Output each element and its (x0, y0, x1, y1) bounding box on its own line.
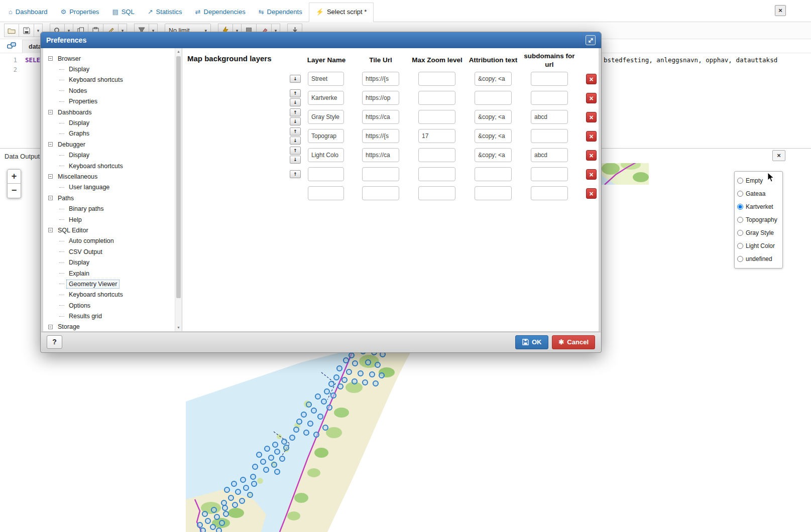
tree-item-storage[interactable]: −Storage (48, 322, 172, 331)
layer-name-input[interactable] (308, 72, 344, 86)
map-marker[interactable] (252, 481, 257, 486)
map-marker[interactable] (221, 500, 226, 505)
delete-layer-button[interactable]: × (586, 188, 597, 199)
map-marker[interactable] (308, 421, 313, 426)
dialog-maximize-button[interactable] (586, 35, 596, 45)
map-marker[interactable] (211, 507, 216, 512)
tile-url-input[interactable] (362, 129, 399, 143)
map-marker[interactable] (349, 353, 354, 358)
delete-layer-button[interactable]: × (586, 169, 597, 180)
subdomains-input[interactable] (531, 91, 568, 105)
map-marker[interactable] (297, 419, 302, 424)
delete-layer-button[interactable]: × (586, 74, 597, 84)
map-marker[interactable] (363, 380, 368, 385)
layer-option-topography[interactable]: Topography (737, 213, 780, 226)
map-marker[interactable] (358, 371, 363, 376)
max-zoom-input[interactable] (418, 167, 455, 181)
map-marker[interactable] (219, 520, 224, 525)
save-button[interactable] (19, 24, 34, 37)
map-marker[interactable] (236, 489, 241, 494)
move-down-button[interactable]: ↓ (290, 156, 301, 164)
map-marker[interactable] (202, 511, 207, 516)
map-marker[interactable] (301, 412, 306, 417)
map-marker[interactable] (224, 487, 229, 492)
map-marker[interactable] (338, 384, 343, 389)
tree-item-keyboard-shortcuts[interactable]: Keyboard shortcuts (48, 75, 172, 85)
tree-item-browser[interactable]: −Browser (48, 53, 172, 64)
map-marker[interactable] (244, 485, 249, 490)
move-down-button[interactable]: ↓ (290, 98, 301, 106)
tab-dependencies[interactable]: ⇄Dependencies (189, 3, 252, 22)
layer-radio[interactable] (737, 243, 743, 249)
map-marker[interactable] (240, 498, 245, 503)
layer-name-input[interactable] (308, 186, 344, 200)
map-marker[interactable] (346, 369, 352, 374)
tile-url-input[interactable] (362, 167, 399, 181)
cancel-button[interactable]: ✱ Cancel (552, 335, 595, 349)
dialog-title-bar[interactable]: Preferences (41, 32, 601, 48)
tree-item-display[interactable]: Display (48, 257, 172, 268)
tree-item-miscellaneous[interactable]: −Miscellaneous (48, 171, 172, 182)
map-marker[interactable] (272, 462, 277, 467)
map-marker[interactable] (379, 373, 384, 378)
map-marker[interactable] (251, 474, 256, 479)
zoom-in-button[interactable]: + (7, 169, 21, 184)
map-marker[interactable] (228, 495, 234, 500)
tree-item-csv-output[interactable]: CSV Output (48, 246, 172, 257)
tree-item-display[interactable]: Display (48, 117, 172, 128)
tile-url-input[interactable] (362, 72, 399, 86)
tab-dashboard[interactable]: ⌂Dashboard (2, 3, 54, 22)
layer-option-gray-style[interactable]: Gray Style (737, 226, 780, 239)
map-marker[interactable] (231, 481, 237, 486)
open-file-button[interactable] (4, 24, 19, 37)
layer-name-input[interactable] (308, 148, 344, 162)
map-marker[interactable] (261, 459, 266, 464)
layer-name-input[interactable] (308, 129, 344, 143)
map-marker[interactable] (342, 377, 347, 382)
data-output-close-button[interactable]: × (772, 150, 785, 161)
layer-radio[interactable] (737, 191, 743, 197)
move-up-button[interactable]: ↑ (290, 127, 301, 136)
attribution-input[interactable] (475, 110, 512, 124)
collapse-icon[interactable]: − (48, 110, 53, 114)
map-marker[interactable] (304, 430, 309, 435)
map-marker[interactable] (269, 455, 274, 460)
map-marker[interactable] (233, 502, 238, 507)
map-marker[interactable] (306, 402, 311, 407)
delete-layer-button[interactable]: × (586, 150, 597, 161)
subdomains-input[interactable] (531, 110, 568, 124)
delete-layer-button[interactable]: × (586, 131, 597, 142)
delete-layer-button[interactable]: × (586, 93, 597, 103)
map-marker[interactable] (321, 399, 326, 404)
map-marker[interactable] (315, 394, 320, 399)
attribution-input[interactable] (475, 167, 512, 181)
tab-dependents[interactable]: ⇆Dependents (252, 3, 309, 22)
layer-option-light-color[interactable]: Light Color (737, 239, 780, 252)
move-up-button[interactable]: ↑ (290, 108, 301, 116)
map-marker[interactable] (216, 528, 221, 532)
move-down-button[interactable]: ↓ (290, 137, 301, 145)
max-zoom-input[interactable] (418, 72, 455, 86)
scroll-down-icon[interactable]: ▼ (175, 324, 182, 331)
attribution-input[interactable] (475, 148, 512, 162)
map-marker[interactable] (197, 522, 202, 527)
map-marker[interactable] (253, 464, 258, 469)
tree-item-user-language[interactable]: User language (48, 182, 172, 193)
tree-item-explain[interactable]: Explain (48, 268, 172, 279)
map-marker[interactable] (280, 456, 285, 461)
layer-option-kartverket[interactable]: Kartverket (737, 200, 780, 213)
tree-item-display[interactable]: Display (48, 150, 172, 161)
tile-url-input[interactable] (362, 148, 399, 162)
subdomains-input[interactable] (531, 129, 568, 143)
map-marker[interactable] (327, 405, 332, 410)
attribution-input[interactable] (475, 72, 512, 86)
layer-radio[interactable] (737, 204, 743, 210)
move-down-button[interactable]: ↓ (290, 117, 301, 125)
tree-item-display[interactable]: Display (48, 64, 172, 74)
tile-url-input[interactable] (362, 91, 399, 105)
layer-name-input[interactable] (308, 110, 344, 124)
map-marker[interactable] (318, 414, 323, 419)
tree-item-nodes[interactable]: Nodes (48, 85, 172, 96)
map-marker[interactable] (334, 375, 339, 380)
tree-item-graphs[interactable]: Graphs (48, 128, 172, 139)
